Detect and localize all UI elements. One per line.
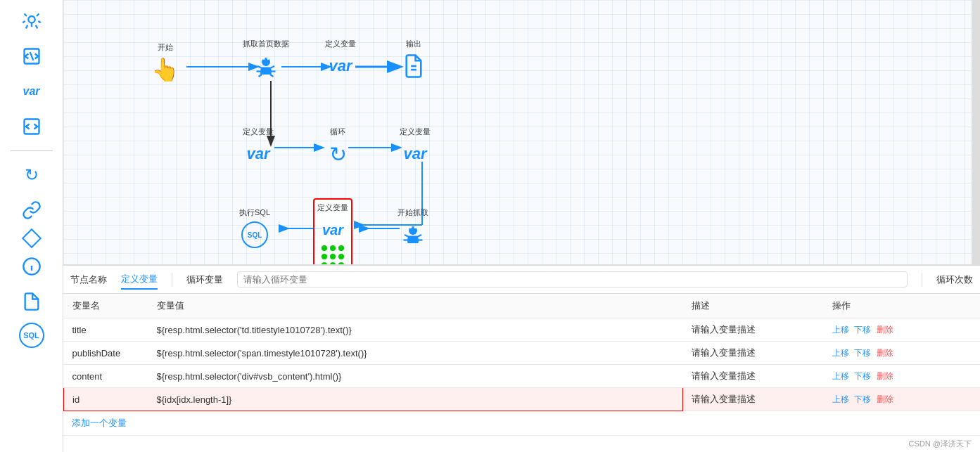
var-desc-content: 请输入变量描述 xyxy=(683,365,824,388)
node-defvar4-selected[interactable]: 定义变量 var xyxy=(313,198,352,264)
execsql-icon: SQL xyxy=(241,221,269,249)
node-execsql[interactable]: 执行SQL SQL xyxy=(239,207,270,249)
up-btn-title[interactable]: 上移 xyxy=(832,325,849,335)
selection-handles xyxy=(322,245,344,264)
node-fetch1[interactable]: 抓取首页数据 xyxy=(243,39,289,80)
loop-count-label: 循环次数 xyxy=(936,273,973,286)
var-value-title: ${resp.html.selector('td.titlestyle10107… xyxy=(148,318,683,342)
svg-line-30 xyxy=(270,75,274,77)
table-row: content ${resp.html.selector('div#vsb_co… xyxy=(64,365,981,388)
svg-point-31 xyxy=(263,58,265,60)
svg-line-2 xyxy=(37,14,39,17)
col-header-varname: 变量名 xyxy=(64,294,148,318)
flow-arrows xyxy=(63,0,980,264)
svg-point-41 xyxy=(414,226,416,228)
down-btn-id[interactable]: 下移 xyxy=(854,394,871,404)
diamond-icon[interactable] xyxy=(21,228,41,248)
node-fetch1-label: 抓取首页数据 xyxy=(243,39,289,49)
node-defvar4-label: 定义变量 xyxy=(317,202,348,213)
flow-canvas[interactable]: 开始 👆 抓取首页数据 xyxy=(63,0,980,264)
var-desc-title: 请输入变量描述 xyxy=(683,318,824,342)
defvar1-var-icon: var xyxy=(326,52,355,80)
var-actions-content: 上移 下移 删除 xyxy=(824,365,981,388)
add-var-button[interactable]: 添加一个变量 xyxy=(63,411,135,435)
delete-btn-content[interactable]: 删除 xyxy=(877,371,893,381)
col-header-desc: 描述 xyxy=(683,294,824,318)
svg-line-36 xyxy=(405,235,409,237)
sidebar-divider-1 xyxy=(11,150,53,151)
node-fetch2[interactable]: 开始抓取 xyxy=(397,207,428,249)
node-fetch2-label: 开始抓取 xyxy=(397,207,428,218)
info-icon[interactable] xyxy=(14,252,49,280)
loop-var-input[interactable] xyxy=(237,271,908,288)
svg-line-1 xyxy=(24,14,27,17)
delete-btn-publishdate[interactable]: 删除 xyxy=(877,348,893,358)
main-area: 开始 👆 抓取首页数据 xyxy=(63,0,980,452)
up-btn-publishdate[interactable]: 上移 xyxy=(832,348,849,358)
node-execsql-label: 执行SQL xyxy=(239,207,270,218)
tab-node-name[interactable]: 节点名称 xyxy=(70,271,107,289)
svg-point-40 xyxy=(410,226,412,228)
delete-btn-id[interactable]: 删除 xyxy=(877,394,893,404)
refresh-icon[interactable]: ↻ xyxy=(14,161,49,189)
footer: CSDN @泽济天下 xyxy=(63,435,980,452)
node-output[interactable]: 输出 xyxy=(400,39,428,80)
node-output-label: 输出 xyxy=(406,39,421,49)
svg-line-29 xyxy=(259,75,262,77)
tab-divider-1 xyxy=(172,273,172,287)
sql-sidebar-icon[interactable]: SQL xyxy=(19,323,44,348)
spider-icon[interactable] xyxy=(14,7,49,35)
defvar4-var-icon: var xyxy=(319,216,347,244)
down-btn-content[interactable]: 下移 xyxy=(854,371,871,381)
sidebar: var ↻ SQL xyxy=(0,0,63,452)
var-actions-id: 上移 下移 删除 xyxy=(824,388,981,411)
html-icon[interactable] xyxy=(14,112,49,141)
code-bracket-icon[interactable] xyxy=(14,42,49,70)
node-defvar2-label: 定义变量 xyxy=(243,127,274,137)
bottom-panel: 节点名称 定义变量 循环变量 循环次数 变量名 变量值 描述 操作 xyxy=(63,264,980,435)
canvas-scroll-indicator[interactable] xyxy=(972,0,980,264)
node-loop[interactable]: 循环 ↻ xyxy=(324,127,352,168)
variable-table: 变量名 变量值 描述 操作 title ${resp.html.selector… xyxy=(63,294,980,411)
var-name-title: title xyxy=(64,318,148,342)
up-btn-id[interactable]: 上移 xyxy=(832,394,849,404)
loop-refresh-icon: ↻ xyxy=(324,140,352,168)
col-header-varvalue: 变量值 xyxy=(148,294,683,318)
delete-btn-title[interactable]: 删除 xyxy=(877,325,893,335)
tab-bar: 节点名称 定义变量 循环变量 循环次数 xyxy=(63,266,980,294)
svg-line-6 xyxy=(35,25,37,29)
node-start[interactable]: 开始 👆 xyxy=(151,42,179,84)
svg-line-5 xyxy=(25,25,27,29)
table-row: publishDate ${resp.html.selector('span.t… xyxy=(64,342,981,365)
svg-line-3 xyxy=(23,21,25,22)
svg-line-9 xyxy=(30,52,33,60)
node-defvar3[interactable]: 定义变量 var xyxy=(400,127,431,168)
var-text-icon[interactable]: var xyxy=(14,77,49,105)
tab-define-var[interactable]: 定义变量 xyxy=(121,270,158,290)
defvar3-var-icon: var xyxy=(401,140,429,168)
variable-table-container: 变量名 变量值 描述 操作 title ${resp.html.selector… xyxy=(63,294,980,411)
var-value-id: ${idx[idx.length-1]} xyxy=(148,388,683,411)
svg-line-25 xyxy=(257,66,262,68)
svg-point-0 xyxy=(28,16,34,22)
var-name-id: id xyxy=(64,388,148,411)
var-desc-publishdate: 请输入变量描述 xyxy=(683,342,824,365)
node-defvar1[interactable]: 定义变量 var xyxy=(325,39,356,80)
up-btn-content[interactable]: 上移 xyxy=(832,371,849,381)
svg-line-37 xyxy=(417,235,421,237)
svg-point-32 xyxy=(267,58,269,60)
var-actions-publishdate: 上移 下移 删除 xyxy=(824,342,981,365)
file-icon[interactable] xyxy=(14,288,49,316)
var-desc-id: 请输入变量描述 xyxy=(683,388,824,411)
node-loop-label: 循环 xyxy=(330,127,345,137)
node-defvar2[interactable]: 定义变量 var xyxy=(243,127,274,168)
var-actions-title: 上移 下移 删除 xyxy=(824,318,981,342)
link-icon[interactable] xyxy=(14,196,49,224)
down-btn-publishdate[interactable]: 下移 xyxy=(854,348,871,358)
footer-text: CSDN @泽济天下 xyxy=(909,439,972,448)
output-file-icon xyxy=(400,52,428,80)
col-header-action: 操作 xyxy=(824,294,981,318)
var-name-content: content xyxy=(64,365,148,388)
loop-var-label: 循环变量 xyxy=(186,273,223,286)
down-btn-title[interactable]: 下移 xyxy=(854,325,871,335)
